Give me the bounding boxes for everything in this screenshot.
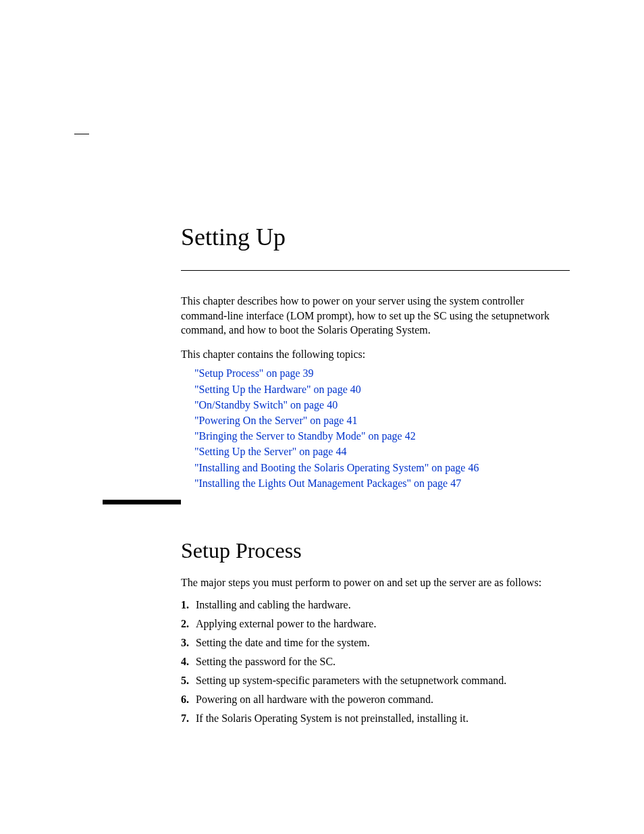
step-text: Setting the password for the SC.: [196, 656, 570, 668]
toc-link-setting-up-server[interactable]: "Setting Up the Server" on page 44: [194, 444, 570, 459]
section-intro: The major steps you must perform to powe…: [181, 575, 570, 590]
list-item: 5. Setting up system-specific parameters…: [181, 675, 570, 687]
step-text: Powering on all hardware with the powero…: [196, 694, 570, 706]
list-item: 1. Installing and cabling the hardware.: [181, 599, 570, 611]
chapter-title: Setting Up: [181, 223, 570, 251]
step-number: 1.: [181, 599, 196, 611]
step-number: 3.: [181, 637, 196, 649]
list-item: 3. Setting the date and time for the sys…: [181, 637, 570, 649]
list-item: 7. If the Solaris Operating System is no…: [181, 712, 570, 725]
step-text: Installing and cabling the hardware.: [196, 599, 570, 611]
step-number: 6.: [181, 694, 196, 706]
step-text: Setting up system-specific parameters wi…: [196, 675, 570, 687]
numbered-list: 1. Installing and cabling the hardware. …: [181, 599, 570, 725]
toc-link-setting-up-hardware[interactable]: "Setting Up the Hardware" on page 40: [194, 382, 570, 397]
title-divider: [181, 270, 570, 271]
step-text: Applying external power to the hardware.: [196, 618, 570, 630]
chapter-number-divider: [74, 134, 89, 134]
list-item: 2. Applying external power to the hardwa…: [181, 618, 570, 630]
step-number: 7.: [181, 712, 196, 725]
step-text: Setting the date and time for the system…: [196, 637, 570, 649]
intro-paragraph: This chapter describes how to power on y…: [181, 294, 570, 338]
toc-link-setup-process[interactable]: "Setup Process" on page 39: [194, 365, 570, 381]
toc-link-lom-packages[interactable]: "Installing the Lights Out Management Pa…: [194, 475, 570, 491]
step-text: If the Solaris Operating System is not p…: [196, 712, 570, 725]
section-marker: [103, 500, 181, 504]
toc-link-standby-mode[interactable]: "Bringing the Server to Standby Mode" on…: [194, 428, 570, 444]
toc-link-installing-solaris[interactable]: "Installing and Booting the Solaris Oper…: [194, 460, 570, 475]
topics-lead: This chapter contains the following topi…: [181, 347, 570, 362]
toc-list: "Setup Process" on page 39 "Setting Up t…: [194, 365, 570, 491]
step-number: 4.: [181, 656, 196, 668]
toc-link-powering-on-server[interactable]: "Powering On the Server" on page 41: [194, 413, 570, 428]
section-heading-setup-process: Setup Process: [181, 538, 570, 563]
list-item: 4. Setting the password for the SC.: [181, 656, 570, 668]
step-number: 2.: [181, 618, 196, 630]
list-item: 6. Powering on all hardware with the pow…: [181, 694, 570, 706]
toc-link-on-standby-switch[interactable]: "On/Standby Switch" on page 40: [194, 397, 570, 413]
step-number: 5.: [181, 675, 196, 687]
